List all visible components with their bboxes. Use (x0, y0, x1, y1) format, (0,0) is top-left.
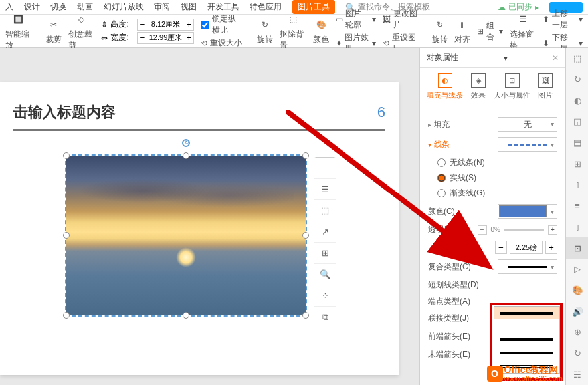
creative-crop-button[interactable]: ◇ 创意裁剪 (68, 11, 95, 51)
width-inc[interactable]: + (184, 33, 193, 43)
width-dec[interactable]: − (138, 33, 147, 43)
rotation-handle[interactable] (182, 139, 190, 147)
pic-outline-button[interactable]: ▭ 图片轮廓 ▾ (336, 8, 376, 31)
rotate-button[interactable]: ↻ 旋转 (257, 17, 273, 45)
transparency-slider[interactable]: − 0% + (478, 225, 557, 235)
tab-devtools[interactable]: 开发工具 (207, 1, 239, 13)
resize-handle-tl[interactable] (63, 152, 70, 159)
move-up-button[interactable]: ⬆ 上移一层 ▾ (543, 8, 583, 31)
transparency-dec[interactable]: − (478, 225, 487, 235)
line-none-radio[interactable]: 无线条(N) (437, 157, 557, 168)
tool-copy[interactable]: ⧉ (314, 307, 336, 328)
lock-ratio-checkbox[interactable]: 锁定纵横比 (201, 13, 243, 36)
change-pic-button[interactable]: 🖼 更改图片 (383, 8, 418, 31)
rail-btn-7[interactable]: ⫿ (566, 174, 588, 195)
reset-pic-icon: ⟲ (383, 39, 389, 48)
compound-opt-3[interactable] (494, 333, 559, 346)
page-number: 6 (377, 104, 385, 121)
resize-handle-bm[interactable] (183, 312, 189, 319)
tab-view[interactable]: 视图 (181, 1, 197, 13)
select-pane-button[interactable]: ☰ 选择窗格 (510, 11, 536, 51)
rail-btn-3[interactable]: ◐ (566, 90, 588, 111)
line-solid-radio[interactable]: 实线(S) (437, 172, 557, 184)
resize-handle-lm[interactable] (63, 232, 70, 239)
tool-crop[interactable]: ⬚ (314, 200, 336, 221)
slider-track[interactable] (504, 229, 544, 231)
rail-btn-9[interactable]: ⫿ (566, 217, 588, 238)
height-inc[interactable]: + (184, 19, 193, 30)
brand-name: Office教程网 (504, 365, 563, 374)
panel-close-button[interactable]: ✕ (552, 53, 559, 63)
rail-btn-15[interactable]: ↻ (566, 343, 588, 364)
fill-section[interactable]: ▸填充 无 (428, 117, 557, 132)
width-inc[interactable]: + (545, 241, 557, 254)
line-width-spinner[interactable]: − + (495, 241, 557, 254)
size-controls: ⇕ 高度: − + ⇔ 宽度: − + (101, 19, 194, 44)
align-button[interactable]: ⫿ 对齐 (454, 17, 470, 45)
cap-label: 端点类型(A) (428, 296, 470, 307)
line-color-picker[interactable] (498, 204, 557, 219)
resize-handle-rm[interactable] (302, 232, 309, 239)
width-icon: ⇔ (101, 33, 108, 43)
tab-special[interactable]: 特色应用 (250, 1, 282, 13)
rail-btn-14[interactable]: ⊕ (566, 322, 588, 343)
tool-expand[interactable]: ↗ (314, 221, 336, 243)
resize-handle-br[interactable] (302, 312, 309, 319)
panel-tab-picture[interactable]: 🖼 图片 (538, 73, 553, 100)
reset-size-button[interactable]: ⟲ 重设大小 (201, 37, 243, 49)
rail-btn-1[interactable]: ⬚ (566, 48, 588, 69)
rail-btn-8[interactable]: ≡ (566, 195, 588, 217)
line-preview[interactable] (498, 137, 557, 152)
align-icon: ⫿ (454, 17, 470, 33)
height-dec[interactable]: − (138, 19, 147, 30)
tool-minus[interactable]: − (314, 158, 336, 179)
rail-btn-5[interactable]: ▤ (566, 132, 588, 154)
resize-handle-bl[interactable] (63, 312, 70, 319)
compound-type-select[interactable] (498, 259, 557, 274)
line-section[interactable]: ▾线条 (428, 137, 557, 152)
fill-select[interactable]: 无 (498, 117, 557, 132)
rail-btn-16[interactable]: ☵ (566, 364, 588, 385)
tab-transition[interactable]: 切换 (50, 1, 66, 13)
tool-pixels[interactable]: ⁘ (314, 285, 336, 307)
rail-btn-props[interactable]: ⊡ (566, 237, 588, 259)
width-dec[interactable]: − (495, 241, 507, 254)
line-gradient-radio[interactable]: 渐变线(G) (437, 188, 557, 199)
slide-canvas[interactable]: 击输入标题内容 6 − ☰ ⬚ ↗ ⊞ 🔍 ⁘ ⧉ (0, 48, 419, 385)
height-input[interactable] (147, 21, 184, 29)
tab-review[interactable]: 审阅 (154, 1, 170, 13)
rail-btn-11[interactable]: ▷ (566, 259, 588, 280)
sunset-image[interactable] (66, 156, 306, 315)
compound-opt-4[interactable] (494, 346, 559, 360)
smart-zoom-button[interactable]: 🔲 智能缩放 (5, 11, 32, 51)
resize-handle-tr[interactable] (302, 152, 309, 159)
tool-layers[interactable]: ☰ (314, 179, 336, 200)
panel-tab-fill-line[interactable]: ◐ 填充与线条 (427, 73, 463, 100)
rail-btn-4[interactable]: ◱ (566, 111, 588, 132)
height-spinner[interactable]: − + (137, 19, 194, 31)
width-input[interactable] (510, 241, 543, 254)
width-input[interactable] (147, 34, 184, 42)
selected-image[interactable] (66, 156, 306, 315)
rail-btn-6[interactable]: ⊞ (566, 153, 588, 174)
tool-zoom[interactable]: 🔍 (314, 264, 336, 285)
group-button[interactable]: ⊞ 组合 ▾ (477, 20, 504, 43)
panel-tab-size[interactable]: ⊡ 大小与属性 (494, 73, 530, 100)
panel-tab-effects[interactable]: ◈ 效果 (471, 73, 486, 100)
compound-opt-1[interactable] (494, 307, 559, 320)
resize-handle-tm[interactable] (183, 152, 189, 159)
slide-title[interactable]: 击输入标题内容 6 (13, 102, 385, 131)
remove-bg-button[interactable]: ⬚ 抠除背景 (280, 11, 306, 51)
color-button[interactable]: 🎨 颜色 (313, 17, 329, 45)
transparency-inc[interactable]: + (548, 225, 557, 235)
compound-opt-2[interactable] (494, 320, 559, 333)
rail-btn-12[interactable]: 🎨 (566, 280, 588, 301)
slide[interactable]: 击输入标题内容 6 − ☰ ⬚ ↗ ⊞ 🔍 ⁘ ⧉ (0, 82, 399, 375)
tool-grid[interactable]: ⊞ (314, 243, 336, 264)
crop-button[interactable]: ✂ 裁剪 (46, 17, 62, 45)
rail-btn-2[interactable]: ↻ (566, 69, 588, 90)
rail-btn-13[interactable]: 🔊 (566, 301, 588, 322)
rotate2-button[interactable]: ↻ 旋转 (432, 17, 448, 45)
width-spinner[interactable]: − + (137, 32, 194, 44)
tab-slideshow[interactable]: 幻灯片放映 (104, 1, 144, 13)
